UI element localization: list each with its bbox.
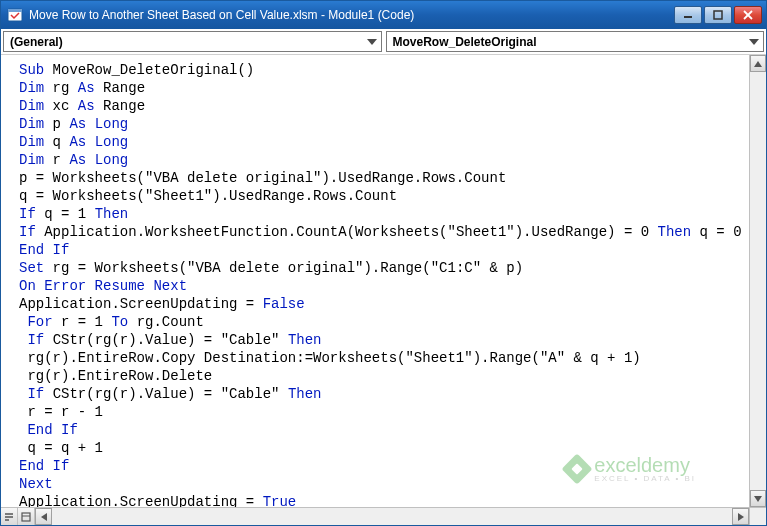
- bottom-bar: [1, 507, 766, 525]
- vertical-scrollbar[interactable]: [749, 55, 766, 507]
- code-line[interactable]: Sub MoveRow_DeleteOriginal(): [19, 61, 745, 79]
- code-line[interactable]: End If: [19, 241, 745, 259]
- window-icon: [7, 7, 23, 23]
- dropdown-row: (General) MoveRow_DeleteOriginal: [1, 29, 766, 55]
- code-line[interactable]: Dim r As Long: [19, 151, 745, 169]
- code-line[interactable]: Application.ScreenUpdating = True: [19, 493, 745, 507]
- scroll-left-button[interactable]: [35, 508, 52, 525]
- code-line[interactable]: If Application.WorksheetFunction.CountA(…: [19, 223, 745, 241]
- procedure-view-button[interactable]: [1, 508, 18, 525]
- chevron-down-icon: [749, 39, 759, 45]
- full-module-view-button[interactable]: [18, 508, 34, 525]
- code-line[interactable]: Dim xc As Range: [19, 97, 745, 115]
- procedure-dropdown[interactable]: MoveRow_DeleteOriginal: [386, 31, 765, 52]
- svg-rect-3: [714, 11, 722, 19]
- scroll-right-button[interactable]: [732, 508, 749, 525]
- window-title: Move Row to Another Sheet Based on Cell …: [29, 8, 674, 22]
- code-line[interactable]: Next: [19, 475, 745, 493]
- code-editor[interactable]: Sub MoveRow_DeleteOriginal()Dim rg As Ra…: [1, 55, 749, 507]
- chevron-down-icon: [367, 39, 377, 45]
- code-line[interactable]: For r = 1 To rg.Count: [19, 313, 745, 331]
- window-controls: [674, 6, 762, 24]
- code-line[interactable]: Set rg = Worksheets("VBA delete original…: [19, 259, 745, 277]
- scroll-track-vertical[interactable]: [750, 72, 766, 490]
- code-line[interactable]: r = r - 1: [19, 403, 745, 421]
- object-dropdown-value: (General): [10, 35, 63, 49]
- view-mode-buttons: [1, 508, 35, 525]
- code-line[interactable]: q = Worksheets("Sheet1").UsedRange.Rows.…: [19, 187, 745, 205]
- code-line[interactable]: Application.ScreenUpdating = False: [19, 295, 745, 313]
- code-line[interactable]: If CStr(rg(r).Value) = "Cable" Then: [19, 331, 745, 349]
- svg-rect-9: [22, 513, 30, 521]
- code-line[interactable]: Dim q As Long: [19, 133, 745, 151]
- code-line[interactable]: Dim rg As Range: [19, 79, 745, 97]
- procedure-dropdown-value: MoveRow_DeleteOriginal: [393, 35, 537, 49]
- code-line[interactable]: q = q + 1: [19, 439, 745, 457]
- code-line[interactable]: If CStr(rg(r).Value) = "Cable" Then: [19, 385, 745, 403]
- close-button[interactable]: [734, 6, 762, 24]
- code-window: Move Row to Another Sheet Based on Cell …: [0, 0, 767, 526]
- code-line[interactable]: p = Worksheets("VBA delete original").Us…: [19, 169, 745, 187]
- svg-rect-1: [8, 9, 22, 12]
- minimize-button[interactable]: [674, 6, 702, 24]
- code-line[interactable]: rg(r).EntireRow.Delete: [19, 367, 745, 385]
- code-line[interactable]: If q = 1 Then: [19, 205, 745, 223]
- code-line[interactable]: Dim p As Long: [19, 115, 745, 133]
- scroll-corner: [749, 508, 766, 525]
- code-area-wrap: Sub MoveRow_DeleteOriginal()Dim rg As Ra…: [1, 55, 766, 507]
- scroll-up-button[interactable]: [750, 55, 766, 72]
- scroll-down-button[interactable]: [750, 490, 766, 507]
- code-line[interactable]: On Error Resume Next: [19, 277, 745, 295]
- title-bar[interactable]: Move Row to Another Sheet Based on Cell …: [1, 1, 766, 29]
- code-line[interactable]: rg(r).EntireRow.Copy Destination:=Worksh…: [19, 349, 745, 367]
- scroll-track-horizontal[interactable]: [52, 508, 732, 525]
- code-line[interactable]: End If: [19, 457, 745, 475]
- code-line[interactable]: End If: [19, 421, 745, 439]
- maximize-button[interactable]: [704, 6, 732, 24]
- object-dropdown[interactable]: (General): [3, 31, 382, 52]
